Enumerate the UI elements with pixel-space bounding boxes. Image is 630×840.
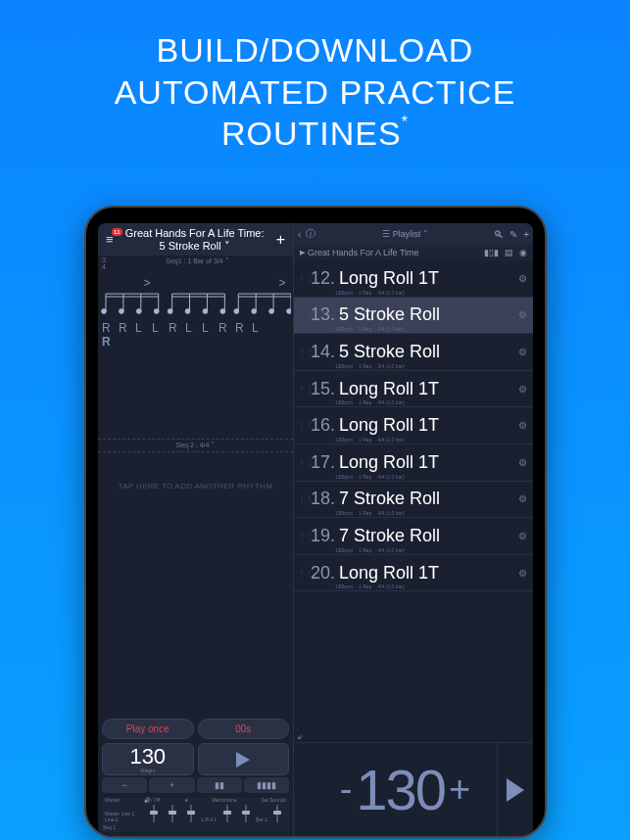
playlist-item[interactable]: ⋮⋮16.Long Roll 1T⚙︎130bpm1 Rep4/4 (1.0 b… xyxy=(294,407,533,444)
bpm-value[interactable]: 130 xyxy=(356,757,445,822)
svg-point-3 xyxy=(102,308,107,313)
playlist-item[interactable]: ⋮⋮19.7 Stroke Roll⚙︎130bpm1 Rep4/4 (1.0 … xyxy=(294,518,533,555)
mixer-strip: Master 🔊 / Off ★ Metronome Set Sounds Ma… xyxy=(102,797,289,832)
mixer-slider[interactable] xyxy=(164,805,181,822)
stick-overflow: R xyxy=(100,335,291,349)
playlist-item-name: Long Roll 1T xyxy=(335,415,516,436)
accent-mark: > xyxy=(278,276,286,290)
notation-area[interactable]: > > xyxy=(98,272,293,350)
bpm-panel-status-row: 🔓︎ xyxy=(294,732,533,742)
seq1-label[interactable]: Seq1 : 1 Bar of 3/4 ˅ xyxy=(166,257,228,270)
gear-icon[interactable]: ⚙︎ xyxy=(516,493,529,504)
seq-info-bar: 34 Seq1 : 1 Bar of 3/4 ˅ xyxy=(98,256,293,272)
playlist-item[interactable]: ⋮⋮12.Long Roll 1T⚙︎130bpm1 Rep4/4 (1.0 b… xyxy=(294,260,533,298)
playlist-item-meta: 130bpm1 Rep4/4 (1.0 bar) xyxy=(335,399,405,405)
tempo-plus-button[interactable]: + xyxy=(149,777,194,793)
drag-handle-icon[interactable]: ⋮⋮ xyxy=(298,274,306,283)
promo-line-2: AUTOMATED PRACTICE xyxy=(115,73,516,111)
lock-open-icon: 🔓︎ xyxy=(298,734,303,740)
playlist-item[interactable]: ⋮⋮20.Long Roll 1T⚙︎130bpm1 Rep4/4 (1.0 b… xyxy=(294,555,533,592)
mixer-master-label: Master xyxy=(105,797,120,803)
playlist-item[interactable]: ⋮⋮15.Long Roll 1T⚙︎130bpm1 Rep4/4 (1.0 b… xyxy=(294,371,533,408)
stick: L xyxy=(185,321,202,335)
playlist-item[interactable]: ⋮⋮14.5 Stroke Roll⚙︎130bpm1 Rep3/4 (1.0 … xyxy=(294,334,533,371)
drag-handle-icon[interactable]: ⋮⋮ xyxy=(298,458,306,467)
gear-icon[interactable]: ⚙︎ xyxy=(516,420,529,431)
gear-icon[interactable]: ⚙︎ xyxy=(516,568,529,579)
seq2-label[interactable]: Seq 2 : 4/4 ˅ xyxy=(98,439,293,452)
disclosure-triangle-icon[interactable]: ▶ xyxy=(300,249,305,257)
gear-icon[interactable]: ⚙︎ xyxy=(516,531,529,541)
playlist-item[interactable]: ⋮⋮18.7 Stroke Roll⚙︎130bpm1 Rep4/4 (1.0 … xyxy=(294,482,533,519)
tempo-minus-button[interactable]: − xyxy=(102,777,147,793)
play-button[interactable] xyxy=(198,743,290,775)
set-sounds-button[interactable]: Set Sounds xyxy=(261,797,286,803)
tempo-display[interactable]: 130 Allegro xyxy=(102,743,194,775)
svg-point-19 xyxy=(220,308,225,313)
bpm-play-button[interactable] xyxy=(507,778,524,802)
playlist-title[interactable]: Great Hands For A Life Time xyxy=(308,248,419,257)
playlist-item-meta: 130bpm1 Rep3/4 (1.0 bar) xyxy=(335,326,405,332)
gear-icon[interactable]: ⚙︎ xyxy=(516,384,529,395)
mixer-slider[interactable] xyxy=(237,805,255,822)
mixer-fx-toggle[interactable]: 🔊 / Off xyxy=(144,797,161,803)
stats-icon[interactable]: ▮▯▮ xyxy=(484,248,499,257)
stick: R xyxy=(102,321,119,335)
upper-lock-icon[interactable] xyxy=(294,743,314,790)
timer-button[interactable]: 00s xyxy=(198,719,290,739)
music-notes-icon xyxy=(100,290,291,317)
bpm-minus-button[interactable]: - xyxy=(336,769,357,811)
bpm-plus-button[interactable]: + xyxy=(445,769,474,811)
drag-handle-icon[interactable]: ⋮⋮ xyxy=(298,348,306,356)
playlist-item[interactable]: ⋮⋮13.5 Stroke Roll⚙︎130bpm1 Rep3/4 (1.0 … xyxy=(294,298,533,335)
mixer-slider[interactable] xyxy=(145,805,163,822)
stick: R xyxy=(119,321,135,335)
playlist-list[interactable]: ⋮⋮12.Long Roll 1T⚙︎130bpm1 Rep4/4 (1.0 b… xyxy=(294,260,533,732)
drag-handle-icon[interactable]: ⋮⋮ xyxy=(298,385,306,394)
mixer-slider[interactable] xyxy=(218,805,236,822)
back-icon[interactable]: ‹ xyxy=(298,229,301,240)
gear-icon[interactable]: ⚙︎ xyxy=(516,457,529,468)
tap-tempo-button[interactable]: ▮▮ xyxy=(197,777,242,793)
right-topbar: ‹ ⓘ ☰ Playlist ˅ 🔍︎ ✎ + xyxy=(294,223,533,245)
mixer-slider[interactable] xyxy=(182,805,200,822)
mixer-slider[interactable] xyxy=(268,805,286,822)
visibility-icon[interactable]: ◉ xyxy=(519,248,527,257)
playlist-item-meta: 130bpm1 Rep4/4 (1.0 bar) xyxy=(335,547,405,553)
gear-icon[interactable]: ⚙︎ xyxy=(516,347,529,357)
notes-icon[interactable]: ▤ xyxy=(505,248,513,257)
exercise-title[interactable]: Great Hands For A Life Time: 5 Stroke Ro… xyxy=(118,227,272,252)
stick: R xyxy=(218,321,235,335)
stick: L xyxy=(252,321,268,335)
playlist-item-meta: 130bpm1 Rep4/4 (1.0 bar) xyxy=(335,510,405,516)
info-icon[interactable]: ⓘ xyxy=(306,227,315,241)
drag-handle-icon[interactable]: ⋮⋮ xyxy=(298,310,306,319)
beat-indicator-button[interactable]: ▮▮▮▮ xyxy=(244,777,289,793)
menu-icon[interactable]: ≡11 xyxy=(102,232,118,247)
svg-point-7 xyxy=(136,308,141,313)
playlist-item[interactable]: ⋮⋮17.Long Roll 1T⚙︎130bpm1 Rep4/4 (1.0 b… xyxy=(294,444,533,482)
playlist-item-number: 19. xyxy=(308,526,335,546)
drag-handle-icon[interactable]: ⋮⋮ xyxy=(298,569,306,578)
gear-icon[interactable]: ⚙︎ xyxy=(516,273,529,284)
stick: R xyxy=(169,321,185,335)
edit-icon[interactable]: ✎ xyxy=(509,229,517,240)
drag-handle-icon[interactable]: ⋮⋮ xyxy=(298,421,306,430)
play-mode-button[interactable]: Play once xyxy=(102,719,194,739)
playlist-item-meta: 130bpm1 Rep4/4 (1.0 bar) xyxy=(335,583,405,589)
drag-handle-icon[interactable]: ⋮⋮ xyxy=(298,494,306,503)
svg-point-25 xyxy=(252,308,257,313)
stick: L xyxy=(152,321,169,335)
playlist-item-number: 17. xyxy=(308,452,335,473)
controls-panel: Play once 00s 130 Allegro − + ▮▮ ▮▮▮▮ xyxy=(98,715,293,836)
playlist-view-button[interactable]: ☰ Playlist ˅ xyxy=(382,229,428,239)
star-icon: ★ xyxy=(184,797,188,803)
add-playlist-button[interactable]: + xyxy=(523,229,529,240)
lower-lock-icon[interactable] xyxy=(294,790,314,837)
search-icon[interactable]: 🔍︎ xyxy=(494,229,504,240)
drag-handle-icon[interactable]: ⋮⋮ xyxy=(298,532,306,540)
add-exercise-button[interactable]: + xyxy=(272,231,289,249)
svg-point-23 xyxy=(234,308,239,313)
gear-icon[interactable]: ⚙︎ xyxy=(516,309,529,320)
add-rhythm-hint[interactable]: TAP HERE TO ADD ANOTHER RHYTHM xyxy=(98,452,293,520)
